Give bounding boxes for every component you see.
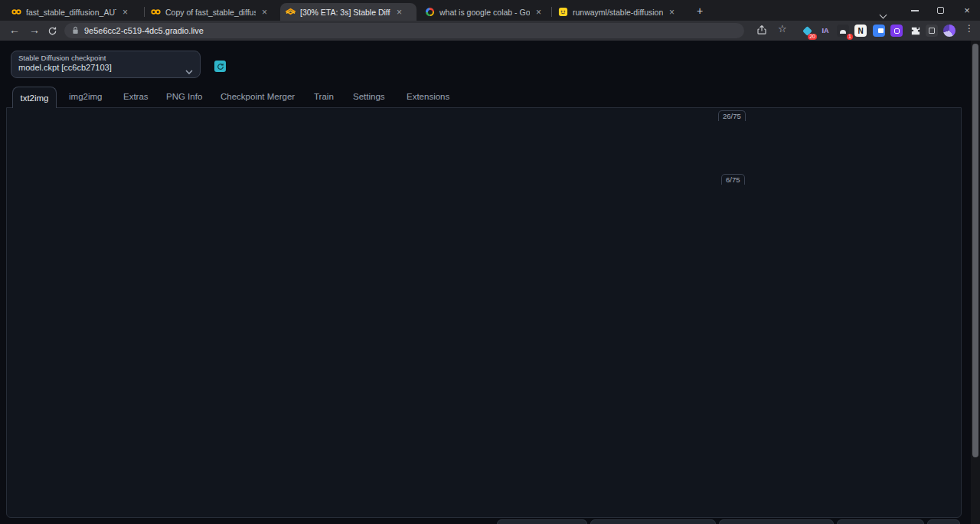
txt2img-panel — [6, 107, 962, 518]
bottom-action-button[interactable] — [497, 519, 587, 524]
bottom-action-button[interactable] — [837, 519, 924, 524]
tab-extras[interactable]: Extras — [123, 92, 149, 101]
window-close-button[interactable]: × — [959, 5, 975, 16]
browser-tab-colab-2[interactable]: Copy of fast_stable_diffusion_ × — [145, 3, 279, 21]
new-tab-button[interactable]: + — [693, 5, 707, 18]
google-icon — [425, 7, 435, 17]
lock-icon — [72, 24, 79, 38]
tab-title: Copy of fast_stable_diffusion_ — [165, 8, 256, 17]
tab-img2img[interactable]: img2img — [69, 92, 102, 101]
browser-tab-stable-diffusion[interactable]: [30% ETA: 3s] Stable Diffusion × — [280, 3, 416, 21]
address-bar[interactable]: 9e5e6cc2-c519-4dc5.gradio.live — [64, 23, 744, 38]
colab-icon — [11, 7, 21, 17]
browser-tab-colab-1[interactable]: fast_stable_diffusion_AUTOMA × — [6, 3, 142, 21]
tab-title: fast_stable_diffusion_AUTOMA — [26, 8, 116, 17]
forward-icon[interactable]: → — [29, 24, 40, 36]
tab-title: what is google colab - Googl — [439, 8, 530, 17]
tab-checkpoint-merger[interactable]: Checkpoint Merger — [220, 92, 295, 101]
ext-notion-icon[interactable]: N — [854, 25, 867, 37]
tab-title: [30% ETA: 3s] Stable Diffusion — [300, 8, 390, 17]
browser-menu-kebab-icon[interactable]: ⋮ — [965, 23, 974, 34]
tab-close-icon[interactable]: × — [534, 8, 543, 16]
tab-close-icon[interactable]: × — [260, 8, 269, 16]
window-menu-chevron-icon[interactable] — [880, 7, 886, 21]
negative-prompt-token-counter: 6/75 — [721, 174, 745, 185]
tab-close-icon[interactable]: × — [668, 8, 676, 16]
tab-txt2img[interactable]: txt2img — [12, 87, 57, 108]
browser-tab-huggingface[interactable]: runwayml/stable-diffusion-v1 × — [553, 3, 686, 21]
tab-extensions[interactable]: Extensions — [407, 92, 449, 101]
huggingface-icon — [558, 7, 568, 17]
tab-separator — [144, 7, 145, 17]
share-icon[interactable] — [756, 25, 767, 38]
tab-close-icon[interactable]: × — [395, 8, 403, 16]
tab-close-icon[interactable]: × — [121, 8, 129, 16]
prompt-token-counter: 26/75 — [718, 110, 746, 121]
back-icon[interactable]: ← — [9, 24, 20, 36]
ext-pin-icon[interactable]: 20 — [801, 25, 813, 37]
extensions-puzzle-icon[interactable] — [909, 25, 921, 37]
bottom-action-button[interactable] — [590, 519, 716, 524]
bottom-action-button[interactable] — [927, 519, 960, 524]
chevron-down-icon — [185, 64, 193, 77]
ext-chat-badge: 1 — [847, 34, 853, 40]
bookmark-star-icon[interactable]: ☆ — [778, 23, 787, 34]
ext-pin-badge: 20 — [808, 34, 817, 40]
browser-tab-google-search[interactable]: what is google colab - Googl × — [420, 3, 550, 21]
checkpoint-label: Stable Diffusion checkpoint — [18, 54, 193, 62]
window-minimize-button[interactable] — [911, 10, 919, 11]
colab-icon — [151, 7, 161, 17]
reload-icon[interactable] — [47, 25, 57, 39]
checkpoint-value: model.ckpt [cc6cb27103] — [18, 63, 193, 72]
window-maximize-button[interactable] — [937, 7, 944, 14]
ext-blue-icon[interactable] — [873, 25, 885, 37]
tab-settings[interactable]: Settings — [353, 92, 385, 101]
tab-title: runwayml/stable-diffusion-v1 — [573, 8, 663, 17]
ext-dark-icon[interactable] — [926, 25, 938, 37]
tab-train[interactable]: Train — [314, 92, 334, 101]
tab-separator — [551, 7, 552, 17]
gradio-icon — [286, 7, 296, 17]
checkpoint-refresh-icon[interactable] — [214, 61, 226, 72]
ext-purple-icon[interactable] — [890, 25, 903, 37]
url-text[interactable]: 9e5e6cc2-c519-4dc5.gradio.live — [84, 26, 204, 35]
tab-png-info[interactable]: PNG Info — [166, 92, 202, 101]
screen: fast_stable_diffusion_AUTOMA × Copy of f… — [0, 0, 980, 524]
checkpoint-dropdown[interactable]: Stable Diffusion checkpoint model.ckpt [… — [11, 51, 201, 78]
ext-chat-icon[interactable]: 1 — [837, 25, 849, 37]
ext-ia-icon[interactable]: IA — [819, 25, 831, 37]
profile-avatar[interactable] — [943, 25, 956, 37]
bottom-action-button[interactable] — [719, 519, 834, 524]
page-scrollbar-thumb[interactable] — [972, 44, 978, 457]
